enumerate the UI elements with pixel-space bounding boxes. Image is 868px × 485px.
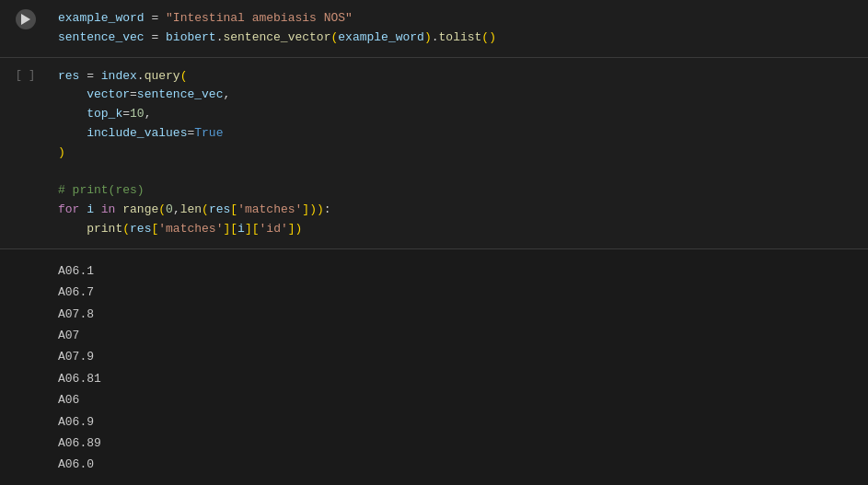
output-line-1: A06.1 — [58, 260, 861, 282]
output-line-6: A06.81 — [58, 368, 861, 389]
run-button-1[interactable] — [16, 9, 36, 29]
cell-1: example_word = "Intestinal amebiasis NOS… — [0, 0, 868, 58]
svg-marker-0 — [21, 14, 30, 25]
cell-2-code: res = index.query( vector=sentence_vec, … — [51, 64, 868, 243]
output-line-4: A07 — [58, 325, 861, 346]
notebook: example_word = "Intestinal amebiasis NOS… — [0, 0, 868, 485]
output-line-2: A06.7 — [58, 282, 861, 303]
output-line-9: A06.89 — [58, 433, 861, 454]
cell-1-gutter — [0, 6, 51, 52]
output-content: A06.1 A06.7 A07.8 A07 A07.9 A06.81 A06 A… — [51, 257, 868, 479]
code-text: example_word — [58, 11, 145, 25]
cell-2-label: [ ] — [16, 67, 36, 82]
output-line-3: A07.8 — [58, 304, 861, 325]
output-gutter — [0, 257, 51, 479]
cell-2: [ ] res = index.query( vector=sentence_v… — [0, 58, 868, 249]
output-line-10: A06.0 — [58, 454, 861, 475]
output-line-8: A06.9 — [58, 411, 861, 433]
cell-1-code: example_word = "Intestinal amebiasis NOS… — [51, 6, 868, 52]
output-cell: A06.1 A06.7 A07.8 A07 A07.9 A06.81 A06 A… — [0, 249, 868, 485]
cell-2-gutter: [ ] — [0, 64, 51, 243]
output-line-7: A06 — [58, 389, 861, 410]
output-line-5: A07.9 — [58, 346, 861, 367]
